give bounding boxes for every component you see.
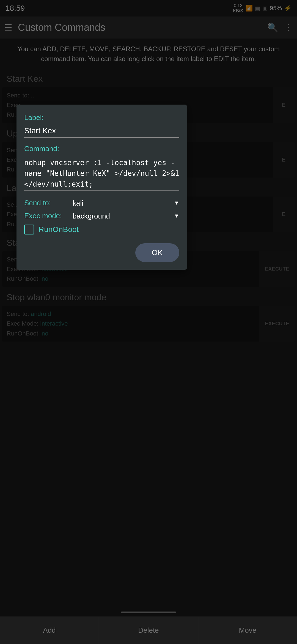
command-field-label: Command: xyxy=(24,144,179,153)
exec-mode-label: Exec mode: xyxy=(24,212,68,220)
command-textarea[interactable]: nohup vncserver :1 -localhost yes -name … xyxy=(24,155,179,191)
exec-mode-row: Exec mode: background interactive ▼ xyxy=(24,212,179,220)
label-input[interactable] xyxy=(24,124,179,138)
run-on-boot-row: RunOnBoot xyxy=(24,225,179,234)
dialog-overlay: Label: Command: nohup vncserver :1 -loca… xyxy=(0,0,297,644)
exec-mode-select[interactable]: background interactive xyxy=(73,212,179,220)
send-to-select-wrapper: kali android ▼ xyxy=(73,199,179,207)
edit-command-dialog: Label: Command: nohup vncserver :1 -loca… xyxy=(16,105,187,270)
run-on-boot-checkbox[interactable] xyxy=(24,225,34,234)
exec-mode-select-wrapper: background interactive ▼ xyxy=(73,212,179,220)
ok-button[interactable]: OK xyxy=(135,243,179,262)
label-field-label: Label: xyxy=(24,113,179,122)
run-on-boot-label: RunOnBoot xyxy=(38,225,79,234)
send-to-select[interactable]: kali android xyxy=(73,199,179,207)
send-to-label: Send to: xyxy=(24,199,68,207)
dialog-actions: OK xyxy=(24,243,179,262)
send-to-row: Send to: kali android ▼ xyxy=(24,199,179,207)
